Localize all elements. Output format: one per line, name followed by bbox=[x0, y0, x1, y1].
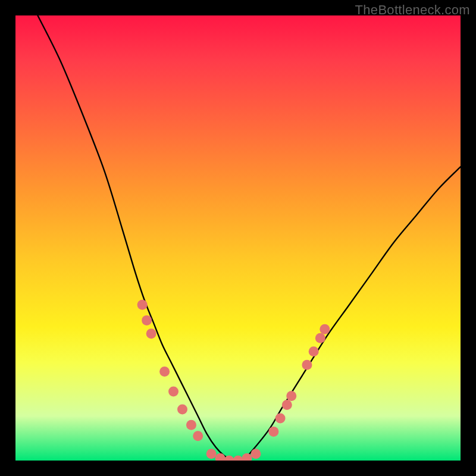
curve-marker bbox=[268, 427, 278, 437]
curve-marker bbox=[315, 333, 325, 343]
curve-marker bbox=[206, 449, 217, 459]
curve-marker bbox=[137, 300, 148, 310]
curve-marker bbox=[186, 420, 196, 430]
curve-marker bbox=[309, 346, 319, 356]
curve-marker bbox=[320, 324, 330, 334]
curve-marker bbox=[193, 431, 203, 441]
curve-marker bbox=[275, 413, 286, 423]
curve-marker bbox=[242, 453, 252, 461]
curve-marker bbox=[282, 400, 292, 410]
curve-marker bbox=[168, 387, 178, 397]
curve-marker bbox=[142, 315, 152, 325]
curve-marker bbox=[159, 367, 170, 377]
bottleneck-curve bbox=[37, 15, 461, 461]
curve-markers bbox=[137, 300, 330, 461]
curve-marker bbox=[286, 391, 296, 401]
chart-svg bbox=[15, 15, 461, 461]
curve-marker bbox=[146, 328, 156, 339]
curve-marker bbox=[250, 449, 261, 459]
chart-plot-area bbox=[15, 15, 461, 461]
curve-marker bbox=[177, 404, 187, 414]
curve-marker bbox=[215, 453, 226, 461]
curve-marker bbox=[233, 456, 243, 461]
curve-marker bbox=[302, 360, 312, 370]
watermark-text: TheBottleneck.com bbox=[355, 2, 470, 18]
